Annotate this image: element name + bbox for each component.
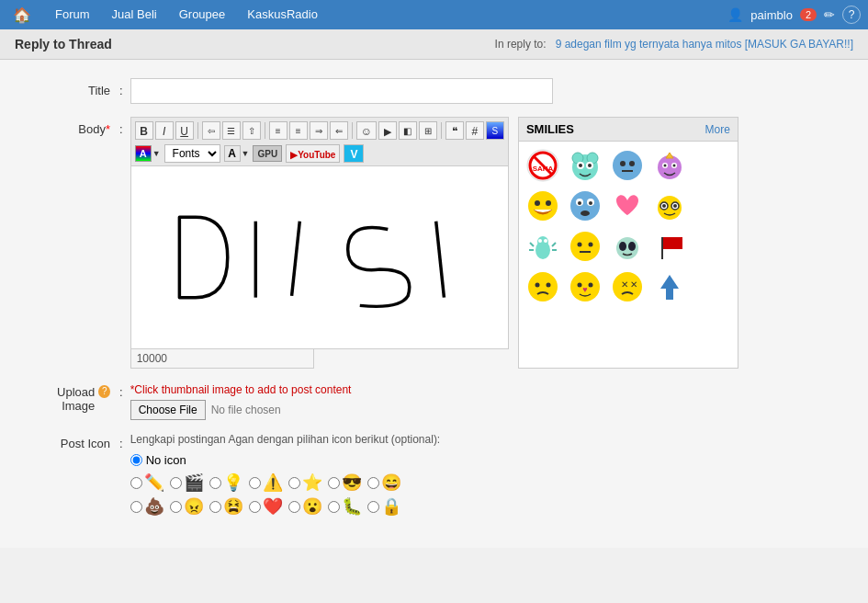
editor-textarea[interactable] [131,166,508,348]
pencil-radio[interactable] [130,477,142,489]
thread-link[interactable]: 9 adegan film yg ternyata hanya mitos [M… [556,38,853,51]
help-icon[interactable]: ? [842,6,861,24]
warning-radio[interactable] [249,477,261,489]
icon-option-pencil[interactable]: ✏️ [130,472,164,493]
hash-btn[interactable]: # [466,121,484,140]
upload-help-icon[interactable]: ? [98,385,110,398]
quote-btn[interactable]: ❝ [445,121,464,140]
italic-btn[interactable]: I [155,121,174,140]
youtube-btn[interactable]: ▶YouTube [286,144,340,163]
svg-point-37 [673,204,677,208]
post-icon-hint: Lengkapi postingan Agan dengan pilihan i… [130,433,840,446]
editor-body[interactable] [130,165,509,349]
smiley-12[interactable] [651,228,688,265]
nav-jual-beli[interactable]: Jual Beli [101,0,168,29]
outdent-btn[interactable]: ⇐ [330,121,348,140]
align-right-btn[interactable]: ⇧ [242,121,261,140]
indent-btn[interactable]: ⇒ [310,121,328,140]
smiley-7[interactable] [609,188,646,224]
smiley-11[interactable] [609,228,646,265]
bold-btn[interactable]: B [135,121,153,140]
align-center-btn[interactable]: ☰ [222,121,241,140]
icon-option-cool[interactable]: 😎 [328,472,362,493]
wow-radio[interactable] [288,501,300,513]
icon-option-heart[interactable]: ❤️ [249,496,283,517]
file-chooser-row: Choose File No file chosen [130,400,840,420]
smiley-3[interactable] [609,147,646,184]
title-input[interactable] [130,78,553,104]
no-icon-label[interactable]: No icon [130,453,840,467]
rage-radio[interactable] [170,501,182,513]
img-btn[interactable]: ⊞ [419,121,437,140]
pencil-icon: ✏️ [144,472,164,493]
align-left-btn[interactable]: ⇦ [202,121,220,140]
fonts-select[interactable]: Fonts [164,144,220,163]
bulb-radio[interactable] [209,477,221,489]
icon-option-ugh[interactable]: 😫 [209,496,243,517]
smiley-15[interactable]: ✕✕ [609,268,646,305]
choose-file-button[interactable]: Choose File [130,400,206,420]
film-radio[interactable] [170,477,182,489]
editor-left: B I U ⇦ ☰ ⇧ ≡ ≡ ⇒ ⇐ ☺ ▶ ◧ ⊞ [130,117,509,369]
color-dropdown-arrow[interactable]: ▼ [152,149,161,158]
icon-option-star[interactable]: ⭐ [288,472,322,493]
icon-option-wow[interactable]: 😮 [288,496,322,517]
font-size-btn[interactable]: A [224,145,241,162]
smiley-6[interactable] [567,188,603,224]
underline-btn[interactable]: U [175,121,194,140]
icon-option-lock[interactable]: 🔒 [367,496,401,517]
lock-icon: 🔒 [381,496,401,517]
smiley-14[interactable]: ♥ [567,268,603,305]
icon-option-poo[interactable]: 💩 [130,496,164,517]
icon-option-bulb[interactable]: 💡 [209,472,243,493]
heart-radio[interactable] [249,501,261,513]
ul-btn[interactable]: ≡ [269,121,287,140]
smiley-10[interactable] [567,228,603,265]
cool-radio[interactable] [328,477,340,489]
home-icon[interactable]: 🏠 [7,3,37,28]
smiley-5[interactable] [524,188,561,224]
user-icon: 👤 [727,7,743,22]
smiley-9[interactable] [524,228,561,265]
no-icon-radio[interactable] [130,454,142,466]
poo-radio[interactable] [130,501,142,513]
nav-groupee[interactable]: Groupee [168,0,237,29]
icon-option-bug[interactable]: 🐛 [328,496,362,517]
icon-option-film[interactable]: 🎬 [170,472,204,493]
edit-icon[interactable]: ✏ [824,7,835,22]
vimeo-btn[interactable]: V [344,144,364,163]
media-btn[interactable]: ▶ [378,121,397,140]
bug-icon: 🐛 [342,496,362,517]
img-left-btn[interactable]: ◧ [399,121,417,140]
gpu-btn[interactable]: GPU [253,145,282,162]
nav-kaskus-radio[interactable]: KaskusRadio [236,0,329,29]
smile-radio[interactable] [367,477,379,489]
smiley-1[interactable]: SAHA [524,147,561,184]
svg-point-30 [578,201,581,205]
icon-option-rage[interactable]: 😠 [170,496,204,517]
smiley-16[interactable] [651,268,688,305]
smiley-2[interactable] [567,147,603,184]
icon-option-smile[interactable]: 😄 [367,472,401,493]
smilies-more-link[interactable]: More [705,123,730,136]
font-size-dropdown-arrow[interactable]: ▼ [242,149,250,158]
notification-badge[interactable]: 2 [800,8,817,21]
ol-btn[interactable]: ≡ [289,121,308,140]
spoiler-btn[interactable]: S [486,121,504,140]
smiley-8[interactable] [651,188,688,224]
smiley-4[interactable] [651,147,688,184]
star-radio[interactable] [288,477,300,489]
reply-bar: Reply to Thread In reply to: 9 adegan fi… [0,29,868,60]
bug-radio[interactable] [328,501,340,513]
lock-radio[interactable] [367,501,379,513]
text-color-btn[interactable]: A [135,145,152,162]
icon-option-warning[interactable]: ⚠️ [249,472,283,493]
smiley-13[interactable] [524,268,561,305]
svg-point-15 [620,161,626,166]
emoticon-btn[interactable]: ☺ [356,121,377,140]
ugh-radio[interactable] [209,501,221,513]
upload-hint: *Click thumbnail image to add to post co… [130,383,840,396]
nav-forum[interactable]: Forum [44,0,101,29]
upload-label: Upload Image ? [28,381,119,413]
svg-point-27 [570,191,600,221]
